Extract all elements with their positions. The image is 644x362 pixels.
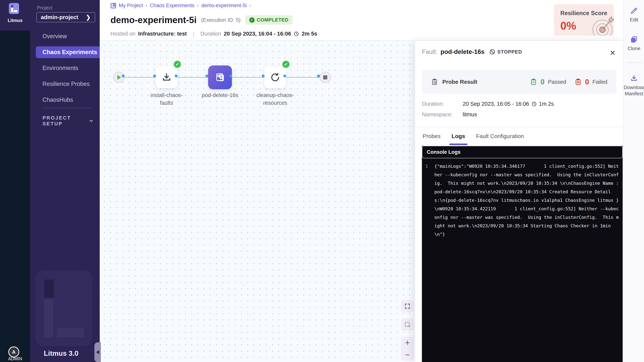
failed-clipboard-icon: [574, 78, 582, 85]
close-icon[interactable]: ✕: [610, 49, 616, 57]
node-pod-delete-16s[interactable]: [208, 65, 232, 89]
breadcrumb-chaos-experiments[interactable]: Chaos Experiments: [150, 3, 194, 9]
drawer-divider: [415, 127, 623, 127]
fault-namespace-value: litmus: [463, 111, 477, 118]
fault-status: STOPPED: [489, 49, 522, 55]
tab-probes[interactable]: Probes: [423, 133, 440, 143]
breadcrumb-demo-experiment[interactable]: demo-experiment-5i: [201, 3, 247, 9]
port: [122, 75, 125, 77]
passed-label: Passed: [548, 79, 566, 85]
selection-mode-button[interactable]: [401, 318, 414, 331]
experiment-icon: [214, 72, 226, 83]
console-logs-header: Console Logs: [422, 146, 623, 158]
breadcrumb: My Project › Chaos Experiments › demo-ex…: [110, 3, 251, 9]
breadcrumb-my-project[interactable]: My Project: [119, 3, 143, 9]
download-icon: [161, 72, 172, 83]
fullscreen-icon: [404, 303, 410, 309]
passed-count: 0: [540, 78, 544, 86]
collapse-arrow-icon: [96, 350, 99, 354]
refresh-icon: [270, 72, 281, 83]
zoom-in-button[interactable]: +: [401, 337, 414, 349]
node-label: pod-delete-16s: [197, 91, 243, 99]
success-check-icon: ✓: [174, 61, 181, 68]
project-selector[interactable]: admin-project ❯: [36, 12, 95, 22]
clipboard-icon: [431, 78, 438, 85]
success-check-icon: ✓: [282, 61, 290, 68]
node-install-chaos-faults[interactable]: [156, 67, 177, 88]
stop-icon: [323, 75, 327, 79]
download-icon: [630, 74, 638, 82]
litmus-logo-label: Litmus: [0, 18, 30, 23]
sidebar-item-resilience-probes[interactable]: Resilience Probes: [30, 76, 100, 92]
page-header: My Project › Chaos Experiments › demo-ex…: [100, 0, 623, 41]
sidebar-item-environments[interactable]: Environments: [30, 60, 100, 76]
duration-value: 20 Sep 2023, 16:04 - 16:06: [224, 31, 291, 37]
edit-button[interactable]: Edit: [624, 7, 644, 23]
port: [175, 75, 178, 77]
fault-namespace-row: Namespace: litmus: [422, 111, 477, 118]
sidebar-item-chaoshubs[interactable]: ChaosHubs: [30, 92, 100, 108]
status-badge: ✓ COMPLETED: [245, 15, 293, 25]
clock-icon: [294, 31, 299, 37]
fault-tabs: Probes Logs Fault Configuration: [423, 133, 524, 143]
sidebar-divider: [42, 108, 91, 108]
port: [317, 75, 320, 77]
probe-result-box: Probe Result 0 Passed 0 Failed: [422, 70, 616, 94]
litmus-logo-icon[interactable]: [9, 3, 19, 14]
play-icon: [117, 75, 121, 80]
sidebar-nav: Overview Chaos Experiments Environments …: [30, 28, 100, 108]
zoom-controls: + −: [401, 337, 414, 361]
log-text: {"mainLogs":"W0920 10:35:34.346177 1 cli…: [434, 162, 619, 362]
download-manifest-button[interactable]: Download Manifest: [624, 74, 644, 97]
execution-id: (Execution ID: 5): [201, 17, 240, 23]
fit-view-button[interactable]: [401, 300, 414, 312]
fault-title-row: Fault: pod-delete-16s STOPPED: [422, 48, 616, 55]
port: [283, 75, 286, 77]
tab-fault-configuration[interactable]: Fault Configuration: [476, 133, 524, 143]
version-label: Litmus 3.0: [44, 349, 78, 357]
avatar[interactable]: A: [8, 346, 19, 357]
sidebar-collapse-button[interactable]: [94, 342, 101, 362]
fault-details-drawer: Fault: pod-delete-16s STOPPED ✕ Probe Re…: [415, 41, 623, 362]
fault-duration-row: Duration: 20 Sep 2023, 16:05 - 16:06 1m …: [422, 101, 554, 107]
pipeline-start-node[interactable]: [113, 72, 124, 83]
project-setup-toggle[interactable]: PROJECT SETUP: [42, 115, 94, 127]
probe-result-title: Probe Result: [431, 78, 477, 85]
download-manifest-label: Download Manifest: [624, 84, 644, 97]
port: [229, 75, 232, 77]
port: [206, 75, 208, 77]
probe-counts: 0 Passed 0 Failed: [530, 78, 607, 86]
meta-row: Hosted on Infrastructure: test | Duratio…: [110, 30, 317, 37]
sidebar-item-overview[interactable]: Overview: [30, 28, 100, 44]
duration-elapsed: 2m 5s: [302, 31, 317, 37]
failed-count: 0: [585, 78, 589, 86]
left-rail: Litmus A ADMIN: [0, 0, 30, 362]
toolbar-divider: [626, 62, 642, 63]
rail-logo-block: Litmus: [0, 0, 30, 31]
node-label: cleanup-chaos-resources: [252, 91, 298, 107]
console-logs-body[interactable]: 1 {"mainLogs":"W0920 10:35:34.346177 1 c…: [422, 159, 623, 362]
tab-logs[interactable]: Logs: [452, 133, 465, 143]
chevron-right-icon: ❯: [86, 14, 91, 21]
node-label: install-chaos-faults: [144, 91, 189, 107]
failed-label: Failed: [592, 79, 607, 85]
zoom-out-button[interactable]: −: [401, 349, 414, 361]
title-row: demo-experiment-5i (Execution ID: 5) ✓ C…: [110, 15, 292, 25]
copy-icon: [630, 36, 638, 44]
resilience-score-card: Resilience Score 0%: [554, 4, 614, 36]
node-cleanup-chaos-resources[interactable]: [264, 67, 286, 88]
fault-name: pod-delete-16s: [440, 48, 484, 55]
pencil-icon: [630, 7, 638, 15]
litmus-app: Litmus A ADMIN Project admin-project ❯ O…: [0, 0, 644, 362]
chevron-down-icon: [89, 118, 94, 123]
sidebar-item-chaos-experiments[interactable]: Chaos Experiments: [36, 46, 100, 58]
port: [153, 75, 156, 77]
litmus-watermark: [36, 270, 92, 346]
avatar-label: ADMIN: [0, 356, 30, 361]
project-label: Project: [37, 5, 52, 11]
pipeline-end-node[interactable]: [320, 72, 331, 83]
infrastructure-value: Infrastructure: test: [138, 31, 187, 37]
stopped-icon: [489, 49, 495, 55]
port: [262, 75, 264, 77]
clone-button[interactable]: Clone: [624, 36, 644, 52]
